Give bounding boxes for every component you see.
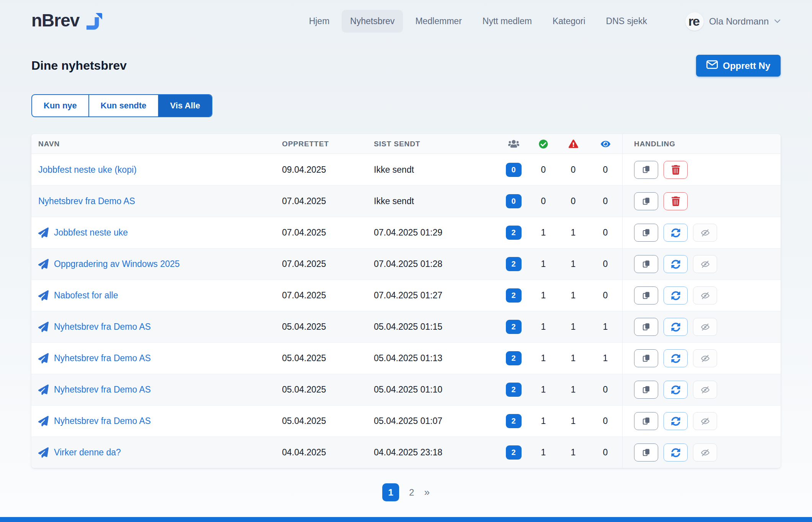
resend-button[interactable] xyxy=(664,381,688,399)
created-date: 05.04.2025 xyxy=(282,322,374,332)
filter-vis-alle[interactable]: Vis Alle xyxy=(159,95,212,116)
hide-button[interactable] xyxy=(693,255,717,273)
hide-button[interactable] xyxy=(693,318,717,336)
last-sent-date: 05.04.2025 01:15 xyxy=(374,322,498,332)
copy-button[interactable] xyxy=(634,381,658,399)
sent-paper-plane-icon xyxy=(38,353,49,363)
newsletter-link[interactable]: Nyhetsbrev fra Demo AS xyxy=(54,353,151,363)
filter-kun-sendte[interactable]: Kun sendte xyxy=(89,95,159,116)
error-count: 1 xyxy=(558,259,589,269)
success-count: 1 xyxy=(529,447,558,458)
nav-item-hjem[interactable]: Hjem xyxy=(300,10,338,33)
name-cell: Nyhetsbrev fra Demo AS xyxy=(31,416,282,426)
newsletter-link[interactable]: Nyhetsbrev fra Demo AS xyxy=(54,322,151,332)
copy-button[interactable] xyxy=(634,224,658,242)
views-count: 0 xyxy=(589,227,622,238)
success-count: 1 xyxy=(529,353,558,363)
nav-item-kategori[interactable]: Kategori xyxy=(544,10,594,33)
trash-icon xyxy=(672,165,680,175)
last-sent-date: 05.04.2025 01:13 xyxy=(374,353,498,363)
refresh-icon xyxy=(671,291,680,300)
refresh-icon xyxy=(671,322,680,332)
resend-button[interactable] xyxy=(664,443,688,461)
copy-button[interactable] xyxy=(634,349,658,367)
page-1-button[interactable]: 1 xyxy=(382,483,399,501)
copy-button[interactable] xyxy=(634,161,658,179)
recipients-badge: 2 xyxy=(506,383,522,397)
copy-button[interactable] xyxy=(634,192,658,210)
refresh-icon xyxy=(671,385,680,394)
copy-button[interactable] xyxy=(634,318,658,336)
header-opprettet: OPPRETTET xyxy=(282,140,374,148)
last-sent-date: 07.04.2025 01:29 xyxy=(374,227,498,238)
resend-button[interactable] xyxy=(664,286,688,304)
resend-button[interactable] xyxy=(664,255,688,273)
top-nav-bar: nBrev HjemNyhetsbrevMedlemmerNytt medlem… xyxy=(0,0,812,33)
eye-off-icon xyxy=(700,228,711,237)
hide-button[interactable] xyxy=(693,443,717,461)
nav-item-nyhetsbrev[interactable]: Nyhetsbrev xyxy=(342,10,403,33)
hide-button[interactable] xyxy=(693,412,717,430)
sent-paper-plane-icon xyxy=(38,322,49,332)
header-navn: NAVN xyxy=(31,140,282,148)
nav-item-nytt-medlem[interactable]: Nytt medlem xyxy=(474,10,540,33)
copy-icon xyxy=(641,416,651,426)
nav-item-dns-sjekk[interactable]: DNS sjekk xyxy=(598,10,655,33)
recipients-cell: 0 xyxy=(498,194,529,208)
resend-button[interactable] xyxy=(664,349,688,367)
resend-button[interactable] xyxy=(664,224,688,242)
table-row: Nabofest for alle07.04.202507.04.2025 01… xyxy=(31,280,781,311)
copy-button[interactable] xyxy=(634,412,658,430)
recipients-cell: 2 xyxy=(498,414,529,428)
recipients-badge: 2 xyxy=(506,226,522,240)
copy-button[interactable] xyxy=(634,286,658,304)
copy-icon xyxy=(641,291,651,301)
newsletter-link[interactable]: Nyhetsbrev fra Demo AS xyxy=(38,196,135,206)
refresh-icon xyxy=(671,448,680,457)
filter-kun-nye[interactable]: Kun nye xyxy=(32,95,89,116)
resend-button[interactable] xyxy=(664,318,688,336)
main-content: Dine nyhetsbrev Opprett Ny Kun nyeKun se… xyxy=(0,55,812,501)
created-date: 07.04.2025 xyxy=(282,290,374,301)
last-sent-date: Ikke sendt xyxy=(374,165,498,175)
newsletter-link[interactable]: Nabofest for alle xyxy=(54,290,118,301)
newsletter-link[interactable]: Nyhetsbrev fra Demo AS xyxy=(54,385,151,395)
table-header-row: NAVN OPPRETTET SIST SENDT HANDLING xyxy=(31,134,781,154)
newsletter-link[interactable]: Virker denne da? xyxy=(54,447,121,458)
brand-arrow-icon xyxy=(84,11,104,31)
actions-cell xyxy=(622,249,781,280)
hide-button[interactable] xyxy=(693,286,717,304)
delete-button[interactable] xyxy=(664,161,688,179)
hide-button[interactable] xyxy=(693,224,717,242)
newsletter-link[interactable]: Nyhetsbrev fra Demo AS xyxy=(54,416,151,426)
hide-button[interactable] xyxy=(693,381,717,399)
copy-button[interactable] xyxy=(634,443,658,461)
eye-off-icon xyxy=(700,322,711,332)
recipients-cell: 2 xyxy=(498,288,529,303)
eye-off-icon xyxy=(700,260,711,269)
page-2-button[interactable]: 2 xyxy=(409,487,414,498)
resend-button[interactable] xyxy=(664,412,688,430)
newsletter-link[interactable]: Jobbfest neste uke (kopi) xyxy=(38,165,137,175)
user-name: Ola Nordmann xyxy=(709,16,769,27)
hide-button[interactable] xyxy=(693,349,717,367)
header-handling: HANDLING xyxy=(622,134,781,154)
user-menu[interactable]: re Ola Nordmann xyxy=(685,12,781,31)
views-count: 0 xyxy=(589,416,622,426)
copy-button[interactable] xyxy=(634,255,658,273)
name-cell: Virker denne da? xyxy=(31,447,282,458)
table-row: Jobbfest neste uke (kopi)09.04.2025Ikke … xyxy=(31,154,781,185)
refresh-icon xyxy=(671,354,680,363)
table-row: Nyhetsbrev fra Demo AS05.04.202505.04.20… xyxy=(31,405,781,437)
next-page-button[interactable]: » xyxy=(424,486,429,498)
newsletter-link[interactable]: Oppgradering av Windows 2025 xyxy=(54,259,180,269)
actions-cell xyxy=(622,437,781,468)
delete-button[interactable] xyxy=(664,192,688,210)
created-date: 05.04.2025 xyxy=(282,416,374,426)
create-newsletter-button[interactable]: Opprett Ny xyxy=(696,55,781,77)
views-count: 0 xyxy=(589,165,622,175)
nav-item-medlemmer[interactable]: Medlemmer xyxy=(407,10,470,33)
brand-logo[interactable]: nBrev xyxy=(31,11,104,31)
newsletter-link[interactable]: Jobbfest neste uke xyxy=(54,227,128,238)
filter-group: Kun nyeKun sendteVis Alle xyxy=(31,94,212,117)
